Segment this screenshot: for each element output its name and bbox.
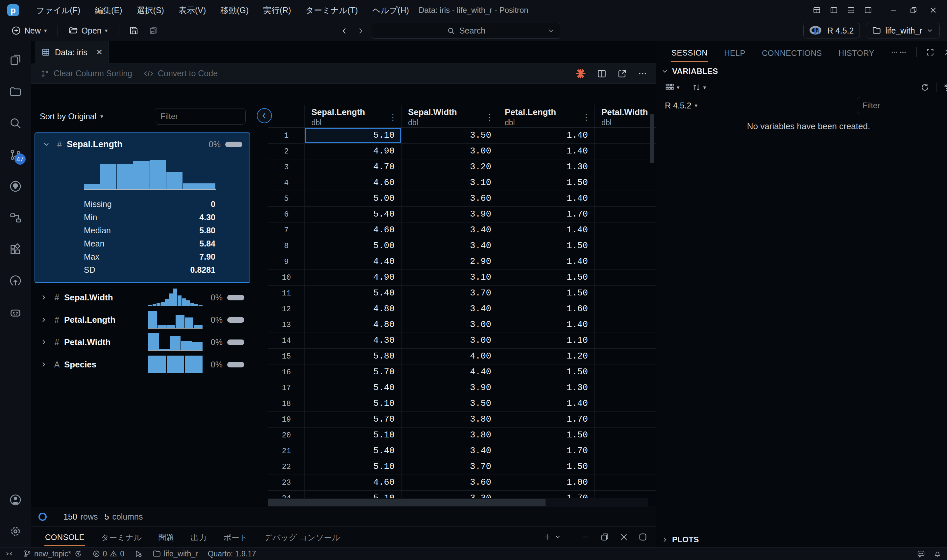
table-cell[interactable]: 1.50 (498, 365, 595, 380)
table-cell[interactable]: 4.70 (305, 159, 402, 175)
table-cell[interactable] (595, 365, 656, 380)
table-cell[interactable] (595, 175, 656, 191)
activity-settings[interactable] (0, 515, 31, 547)
expand-chevron[interactable] (42, 140, 50, 148)
table-cell[interactable]: 5.10 (305, 459, 402, 475)
table-cell[interactable]: 4.60 (305, 475, 402, 490)
summary-row-sepal.width[interactable]: #Sepal.Width0% (31, 286, 253, 309)
menu-item-5[interactable]: 実行(R) (257, 3, 297, 18)
column-menu-icon[interactable]: ⋮ (389, 112, 397, 122)
table-cell[interactable]: 5.70 (305, 365, 402, 380)
menu-item-4[interactable]: 移動(G) (214, 3, 254, 18)
menu-item-1[interactable]: 編集(E) (89, 3, 128, 18)
table-cell[interactable]: 1.40 (498, 223, 595, 238)
variables-filter-input[interactable] (857, 97, 947, 114)
table-cell[interactable]: 4.60 (305, 223, 402, 238)
table-cell[interactable]: 5.10 (305, 428, 402, 443)
close-icon[interactable] (944, 48, 947, 57)
table-cell[interactable] (595, 254, 656, 269)
table-cell[interactable] (595, 223, 656, 238)
toggle-panel-icon[interactable] (847, 6, 855, 14)
table-cell[interactable] (595, 396, 656, 411)
table-cell[interactable]: 1.50 (498, 175, 595, 191)
table-cell[interactable] (595, 159, 656, 175)
table-cell[interactable] (595, 270, 656, 285)
more-actions-icon[interactable] (899, 48, 907, 57)
runtime-dropdown[interactable]: R 4.5.2 ▾ (665, 101, 698, 111)
table-cell[interactable]: 3.80 (402, 428, 498, 443)
table-cell[interactable]: 3.80 (402, 412, 498, 427)
table-cell[interactable]: 3.60 (402, 475, 498, 490)
table-cell[interactable]: 1.40 (498, 128, 595, 143)
grid-header-sepal.width[interactable]: Sepal.Widthdbl⋮ (402, 105, 498, 128)
more-actions-icon[interactable] (637, 69, 647, 78)
menu-item-7[interactable]: ヘルプ(H) (366, 3, 415, 18)
table-cell[interactable] (595, 238, 656, 254)
table-cell[interactable]: 5.10 (305, 128, 402, 143)
right-panel-tab-history[interactable]: HISTORY (838, 43, 875, 61)
table-cell[interactable]: 4.60 (305, 175, 402, 191)
table-cell[interactable]: 4.80 (305, 302, 402, 317)
table-cell[interactable] (595, 317, 656, 332)
table-cell[interactable]: 1.30 (498, 380, 595, 396)
minimize-button[interactable] (890, 6, 898, 14)
table-cell[interactable] (595, 428, 656, 443)
table-cell[interactable]: 3.50 (402, 396, 498, 411)
activity-search[interactable] (0, 108, 31, 139)
table-cell[interactable]: 4.00 (402, 349, 498, 364)
table-cell[interactable]: 5.40 (305, 443, 402, 459)
summary-card-sepal.length[interactable]: #Sepal.Length0%Missing0Min4.30Median5.80… (34, 132, 250, 283)
clear-column-sorting-button[interactable]: Clear Column Sorting (40, 69, 132, 78)
nav-forward-icon[interactable] (356, 27, 365, 35)
grid-header-petal.width[interactable]: Petal.Widthdbl (595, 105, 656, 128)
interpreter-button[interactable]: R R 4.5.2 (803, 23, 860, 38)
table-cell[interactable]: 3.60 (402, 191, 498, 206)
table-cell[interactable]: 1.50 (498, 459, 595, 475)
table-cell[interactable]: 5.00 (305, 238, 402, 254)
vertical-scrollbar[interactable] (650, 114, 654, 163)
activity-publish[interactable] (0, 265, 31, 297)
horizontal-scrollbar[interactable] (268, 498, 648, 507)
table-cell[interactable]: 3.50 (402, 128, 498, 143)
problems-item[interactable]: 0 0 (92, 549, 125, 558)
notifications-bell-icon[interactable] (933, 549, 942, 558)
summary-row-petal.width[interactable]: #Petal.Width0% (31, 331, 253, 353)
table-cell[interactable]: 1.50 (498, 428, 595, 443)
menu-item-2[interactable]: 選択(S) (131, 3, 170, 18)
table-cell[interactable] (595, 286, 656, 301)
table-cell[interactable]: 5.40 (305, 207, 402, 222)
table-cell[interactable]: 3.40 (402, 223, 498, 238)
toggle-secondary-sidebar-icon[interactable] (864, 6, 872, 14)
grid-header-sepal.length[interactable]: Sepal.Lengthdbl⋮ (305, 105, 402, 128)
toggle-sidebar-icon[interactable] (830, 6, 838, 14)
table-cell[interactable]: 4.30 (305, 333, 402, 348)
close-button[interactable] (929, 6, 937, 14)
activity-assistant[interactable] (0, 297, 31, 328)
table-cell[interactable]: 3.20 (402, 159, 498, 175)
table-cell[interactable]: 5.40 (305, 286, 402, 301)
activity-connections[interactable] (0, 202, 31, 234)
table-cell[interactable]: 3.10 (402, 270, 498, 285)
table-cell[interactable]: 1.50 (498, 238, 595, 254)
group-variables-button[interactable]: ▾ (665, 83, 680, 92)
table-cell[interactable]: 4.90 (305, 270, 402, 285)
table-cell[interactable] (595, 475, 656, 490)
feedback-icon[interactable] (917, 549, 925, 558)
panel-tab-3[interactable]: 出力 (190, 528, 208, 546)
plots-section-header[interactable]: PLOTS (656, 532, 947, 547)
fullscreen-icon[interactable] (926, 48, 935, 57)
panel-tab-2[interactable]: 問題 (157, 528, 175, 546)
table-cell[interactable]: 4.40 (402, 365, 498, 380)
expand-chevron[interactable] (40, 338, 48, 346)
right-panel-tab-help[interactable]: HELP (724, 43, 746, 61)
table-cell[interactable]: 3.40 (402, 302, 498, 317)
table-cell[interactable]: 3.70 (402, 459, 498, 475)
table-cell[interactable] (595, 144, 656, 159)
summary-row-species[interactable]: ASpecies0% (31, 353, 253, 375)
minimize-panel-icon[interactable] (581, 532, 590, 542)
table-cell[interactable]: 5.70 (305, 412, 402, 427)
table-cell[interactable]: 1.10 (498, 333, 595, 348)
save-button[interactable] (126, 24, 142, 37)
table-cell[interactable]: 1.40 (498, 191, 595, 206)
table-cell[interactable]: 3.00 (402, 144, 498, 159)
